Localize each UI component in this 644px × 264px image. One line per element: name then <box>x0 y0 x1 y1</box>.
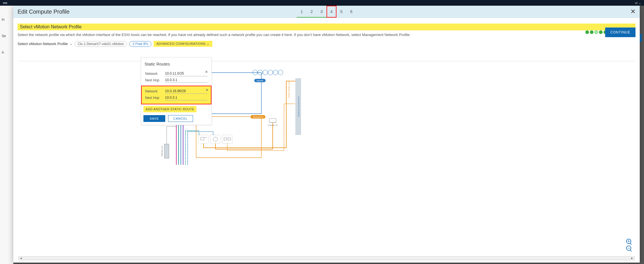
app-topbar: vm or ⌄ <box>0 0 644 6</box>
user-menu[interactable]: or ⌄ <box>635 1 641 5</box>
vmware-logo: vm <box>3 1 7 5</box>
